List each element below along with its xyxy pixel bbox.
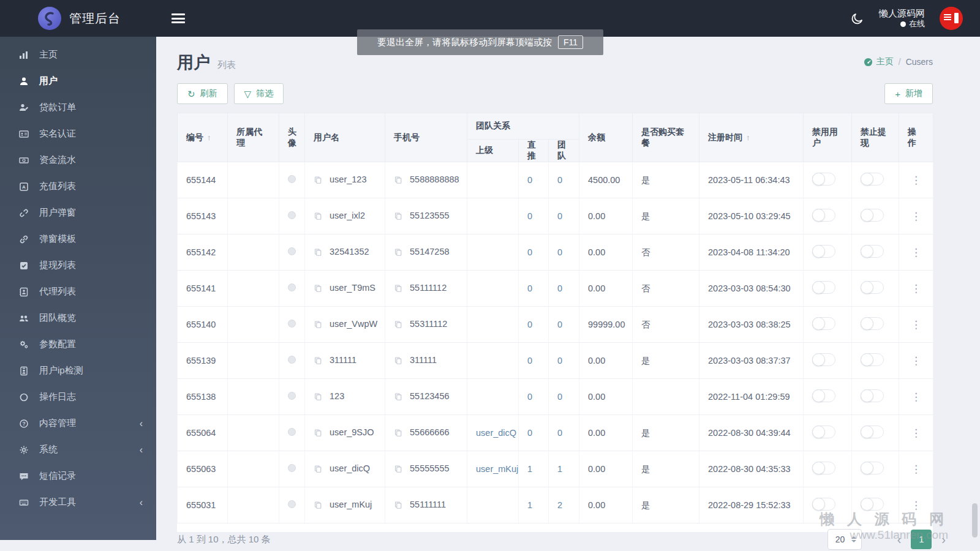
- sidebar-item-real-name-auth[interactable]: 实名认证: [0, 121, 156, 147]
- sidebar-item-fund-flow[interactable]: 资金流水: [0, 147, 156, 173]
- copy-icon[interactable]: [314, 320, 322, 331]
- row-actions-icon[interactable]: ⋮: [911, 355, 921, 367]
- col-phone[interactable]: 手机号: [385, 113, 467, 162]
- forbid-withdraw-toggle[interactable]: [861, 462, 884, 474]
- sidebar-item-label: 操作日志: [39, 391, 143, 403]
- sidebar-item-withdraw-list[interactable]: 提现列表: [0, 252, 156, 279]
- copy-icon[interactable]: [314, 392, 322, 403]
- copy-icon[interactable]: [314, 429, 322, 439]
- disable-user-toggle[interactable]: [812, 317, 835, 330]
- forbid-withdraw-toggle[interactable]: [861, 173, 884, 186]
- table-row: 655143 user_ixl2 55123555 0 0 0.00 是 202…: [178, 198, 933, 234]
- sidebar-item-popup-template[interactable]: 弹窗模板: [0, 226, 156, 252]
- sidebar-item-users[interactable]: 用户: [0, 68, 156, 94]
- disable-user-toggle[interactable]: [812, 462, 835, 474]
- disable-user-toggle[interactable]: [812, 353, 835, 366]
- user-menu[interactable]: 懒人源码网 在线: [879, 8, 925, 29]
- forbid-withdraw-toggle[interactable]: [861, 281, 884, 294]
- forbid-withdraw-toggle[interactable]: [861, 389, 884, 402]
- col-id[interactable]: 编号↑: [178, 113, 228, 162]
- current-page-button[interactable]: 1: [911, 530, 932, 549]
- row-actions-icon[interactable]: ⋮: [911, 283, 921, 294]
- copy-icon[interactable]: [314, 176, 322, 186]
- disable-user-toggle[interactable]: [812, 245, 835, 258]
- sidebar-item-agent-list[interactable]: 代理列表: [0, 279, 156, 305]
- parent-user-cell[interactable]: user_mKuj: [476, 464, 518, 474]
- row-actions-icon[interactable]: ⋮: [911, 211, 921, 222]
- phone-cell: 55123456: [410, 391, 450, 401]
- disable-user-toggle[interactable]: [812, 281, 835, 294]
- page-size-select[interactable]: 20: [827, 529, 862, 550]
- filter-button[interactable]: ▽ 筛选: [234, 83, 284, 104]
- forbid-withdraw-toggle[interactable]: [861, 425, 884, 438]
- copy-icon[interactable]: [314, 212, 322, 222]
- sidebar-item-home[interactable]: 主页: [0, 42, 156, 68]
- disable-user-toggle[interactable]: [812, 173, 835, 186]
- sidebar-item-sms-records[interactable]: 短信记录: [0, 463, 156, 489]
- copy-icon[interactable]: [394, 320, 402, 331]
- copy-icon[interactable]: [314, 356, 322, 367]
- col-reg-time[interactable]: 注册时间↑: [699, 113, 804, 162]
- row-actions-icon[interactable]: ⋮: [911, 427, 921, 439]
- users-table-card: 编号↑ 所属代理 头像 用户名 手机号 团队关系 余额 是否购买套餐 注册时间↑…: [177, 113, 933, 532]
- register-time-cell: 2023-03-03 08:54:30: [708, 283, 791, 293]
- copy-icon[interactable]: [394, 501, 402, 511]
- parent-user-cell[interactable]: user_dicQ: [476, 428, 516, 438]
- col-package[interactable]: 是否购买套餐: [633, 113, 699, 162]
- scrollbar-thumb[interactable]: [972, 503, 978, 538]
- copy-icon[interactable]: [394, 356, 402, 367]
- sidebar-item-content-mgmt[interactable]: ? 内容管理 ‹: [0, 410, 156, 437]
- sidebar-item-user-ip-check[interactable]: 用户ip检测: [0, 358, 156, 384]
- row-actions-icon[interactable]: ⋮: [911, 463, 921, 475]
- phone-cell: 55666666: [410, 427, 450, 437]
- sidebar-item-operation-log[interactable]: 操作日志: [0, 384, 156, 410]
- package-cell: 是: [641, 175, 650, 185]
- sidebar-item-dev-tools[interactable]: 开发工具 ‹: [0, 489, 156, 515]
- col-agent[interactable]: 所属代理: [228, 113, 279, 162]
- refresh-button[interactable]: ↻ 刷新: [177, 83, 228, 104]
- disable-user-toggle[interactable]: [812, 498, 835, 511]
- row-actions-icon[interactable]: ⋮: [911, 500, 921, 511]
- col-balance[interactable]: 余额: [579, 113, 633, 162]
- menu-toggle-icon[interactable]: [172, 12, 185, 26]
- copy-icon[interactable]: [394, 429, 402, 439]
- copy-icon[interactable]: [314, 465, 322, 475]
- disable-user-toggle[interactable]: [812, 425, 835, 438]
- copy-icon[interactable]: [394, 212, 402, 222]
- dark-mode-icon[interactable]: [851, 12, 864, 25]
- phone-cell: 55147258: [410, 247, 450, 257]
- col-username[interactable]: 用户名: [305, 113, 385, 162]
- copy-icon[interactable]: [314, 501, 322, 511]
- row-actions-icon[interactable]: ⋮: [911, 174, 921, 186]
- copy-icon[interactable]: [394, 392, 402, 403]
- row-actions-icon[interactable]: ⋮: [911, 391, 921, 403]
- disable-user-toggle[interactable]: [812, 209, 835, 222]
- sidebar-item-user-popup[interactable]: 用户弹窗: [0, 200, 156, 226]
- add-button[interactable]: + 新增: [884, 83, 933, 104]
- copy-icon[interactable]: [394, 284, 402, 294]
- table-row: 655138 123 55123456 0 0 0.00 2022-11-04 …: [178, 379, 933, 415]
- avatar[interactable]: [940, 7, 963, 30]
- forbid-withdraw-toggle[interactable]: [861, 245, 884, 258]
- copy-icon[interactable]: [394, 176, 402, 186]
- forbid-withdraw-toggle[interactable]: [861, 353, 884, 366]
- forbid-withdraw-toggle[interactable]: [861, 209, 884, 222]
- sidebar-item-param-config[interactable]: 参数配置: [0, 331, 156, 358]
- next-page-icon[interactable]: ›: [941, 533, 946, 545]
- copy-icon[interactable]: [394, 248, 402, 258]
- sidebar-item-label: 用户ip检测: [39, 365, 143, 377]
- copy-icon[interactable]: [394, 465, 402, 475]
- row-actions-icon[interactable]: ⋮: [911, 247, 921, 258]
- breadcrumb-home[interactable]: 主页: [864, 56, 894, 67]
- copy-icon[interactable]: [314, 284, 322, 294]
- sidebar-item-team-overview[interactable]: 团队概览: [0, 305, 156, 331]
- disable-user-toggle[interactable]: [812, 389, 835, 402]
- prev-page-icon[interactable]: ‹: [897, 533, 902, 545]
- row-actions-icon[interactable]: ⋮: [911, 319, 921, 331]
- sidebar-item-system[interactable]: 系统 ‹: [0, 437, 156, 463]
- sidebar-item-loan-orders[interactable]: 贷款订单: [0, 94, 156, 121]
- copy-icon[interactable]: [314, 248, 322, 258]
- forbid-withdraw-toggle[interactable]: [861, 317, 884, 330]
- sidebar-item-recharge-list[interactable]: A 充值列表: [0, 173, 156, 200]
- forbid-withdraw-toggle[interactable]: [861, 498, 884, 511]
